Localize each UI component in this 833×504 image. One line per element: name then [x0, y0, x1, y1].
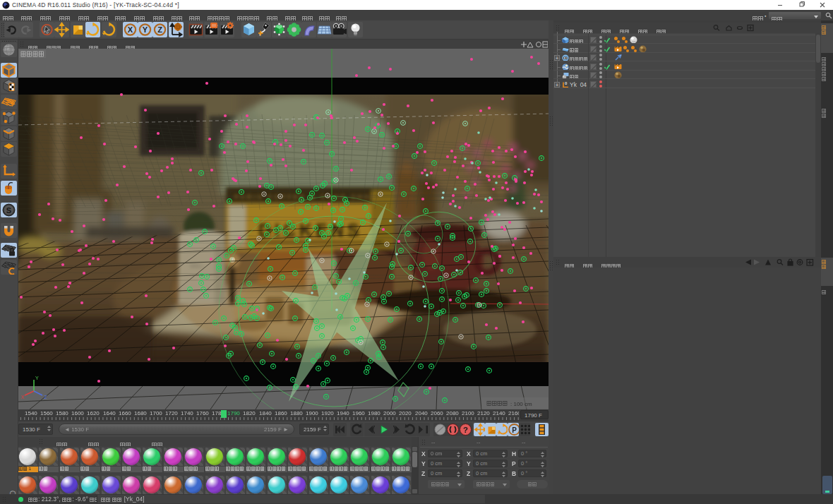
svg-text:Z: Z [44, 395, 47, 400]
svg-text:P: P [512, 426, 517, 434]
svg-text:X: X [21, 395, 25, 400]
svg-text:S: S [6, 206, 11, 215]
svg-text:Y: Y [143, 25, 148, 34]
svg-text:Y: Y [35, 376, 39, 380]
svg-text:0: 0 [565, 81, 568, 85]
svg-text:X: X [128, 25, 133, 34]
svg-text:Z: Z [157, 25, 162, 34]
svg-text:?: ? [463, 426, 468, 434]
svg-text:: 100 cm: : 100 cm [510, 401, 532, 407]
